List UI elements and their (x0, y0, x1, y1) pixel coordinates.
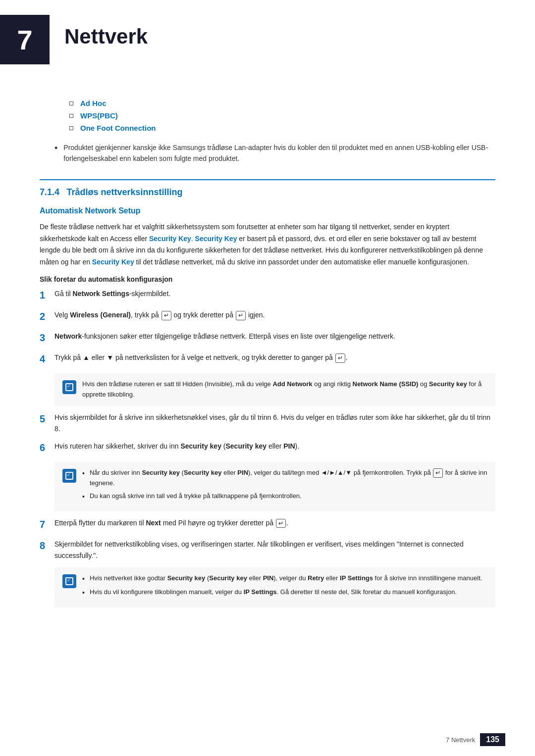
list-item-wps: WPS(PBC) (69, 111, 495, 120)
note-list-item-8-1: • Hvis nettverket ikke godtar Security k… (82, 573, 487, 584)
bold-security-key-2: Security Key (195, 235, 237, 243)
bold-security-key-6a: Security key (180, 442, 221, 450)
note-box-step6: • Når du skriver inn Security key (Secur… (54, 462, 495, 511)
section-header: 7.1.4 Trådløs nettverksinnstilling (40, 179, 495, 198)
step-4: 4 Trykk på ▲ eller ▼ på nettverkslisten … (40, 352, 495, 367)
note-bullet-8-2: • (82, 587, 85, 598)
step-7-number: 7 (40, 516, 54, 533)
key-icon-7: ↵ (276, 519, 286, 528)
bullet-dot-icon: • (54, 141, 57, 155)
bold-sk-8n1b: Security key (209, 574, 247, 582)
list-square-icon (69, 126, 73, 130)
step-4-number: 4 (40, 351, 54, 367)
chapter-title: Nettverk (50, 15, 148, 49)
step-7: 7 Etterpå flytter du markøren til Next m… (40, 517, 495, 533)
steps-heading: Slik foretar du automatisk konfigurasjon (40, 275, 495, 283)
section-number: 7.1.4 (40, 187, 59, 197)
step-1-text: Gå til Network Settings-skjermbildet. (54, 288, 495, 300)
list-item-adhoc: Ad Hoc (69, 99, 495, 107)
note-icon-inner-6 (65, 472, 73, 480)
note-text-6-1: Når du skriver inn Security key (Securit… (90, 468, 487, 489)
chapter-header: 7 Nettverk (0, 0, 535, 74)
bold-network-settings: Network Settings (73, 290, 129, 298)
step-2-text: Velg Wireless (General), trykk på ↵ og t… (54, 309, 495, 321)
bullet-note: • Produktet gjenkjenner kanskje ikke Sam… (54, 142, 495, 164)
step-6: 6 Hvis ruteren har sikkerhet, skriver du… (40, 441, 495, 456)
step-6-text: Hvis ruteren har sikkerhet, skriver du i… (54, 441, 495, 452)
section-title: Trådløs nettverksinnstilling (62, 187, 183, 197)
top-list: Ad Hoc WPS(PBC) One Foot Connection (69, 99, 495, 132)
note-content-6: • Når du skriver inn Security key (Secur… (82, 468, 487, 505)
bold-retry-8n1: Retry (308, 574, 324, 582)
note-icon-4 (62, 380, 76, 394)
note-list-item-6-1: • Når du skriver inn Security key (Secur… (82, 468, 487, 489)
note-text-8-2: Hvis du vil konfigurere tilkoblingen man… (90, 587, 457, 598)
note-bullet-6-1: • (82, 468, 85, 479)
chapter-number-box: 7 (0, 15, 50, 64)
note-list-item-6-2: • Du kan også skrive inn tall ved å tryk… (82, 491, 487, 502)
key-icon-enter-4: ↵ (335, 353, 345, 363)
bold-pin-6: PIN (283, 442, 295, 450)
note-text-8-1: Hvis nettverket ikke godtar Security key… (90, 573, 482, 584)
list-label-wps: WPS(PBC) (80, 111, 118, 120)
content-area: Ad Hoc WPS(PBC) One Foot Connection • Pr… (0, 74, 535, 643)
step-2-number: 2 (40, 308, 54, 325)
body-paragraph-1: De fleste trådløse nettverk har et valgf… (40, 221, 495, 268)
step-1: 1 Gå til Network Settings-skjermbildet. (40, 288, 495, 303)
step-8: 8 Skjermbildet for nettverkstilkobling v… (40, 539, 495, 561)
note-list-6: • Når du skriver inn Security key (Secur… (82, 468, 487, 503)
page: 7 Nettverk Ad Hoc WPS(PBC) One Foot Conn… (0, 0, 535, 756)
note-box-step4-wrapper: Hvis den trådløse ruteren er satt til Hi… (40, 373, 495, 406)
step-8-text: Skjermbildet for nettverkstilkobling vis… (54, 539, 495, 561)
list-square-icon (69, 114, 73, 118)
bold-sk-6n1b: Security key (184, 469, 222, 476)
key-icon-enter-2: ↵ (236, 311, 246, 320)
list-label-adhoc: Ad Hoc (80, 99, 107, 107)
step-6-number: 6 (40, 440, 54, 456)
note-box-step4: Hvis den trådløse ruteren er satt til Hi… (54, 373, 495, 406)
note-box-step8-wrapper: • Hvis nettverket ikke godtar Security k… (40, 567, 495, 607)
step-2: 2 Velg Wireless (General), trykk på ↵ og… (40, 309, 495, 325)
bold-ip-settings-8n2: IP Settings (244, 588, 277, 596)
bold-pin-8n1: PIN (263, 574, 274, 582)
bold-security-key-6b: Security key (226, 442, 267, 450)
step-8-number: 8 (40, 538, 54, 554)
step-5-number: 5 (40, 411, 54, 427)
step-1-number: 1 (40, 287, 54, 303)
key-icon-enter-1: ↵ (161, 311, 171, 320)
note-bullet-6-2: • (82, 491, 85, 502)
footer-page-number: 135 (480, 733, 505, 746)
step-7-text: Etterpå flytter du markøren til Next med… (54, 517, 495, 529)
note-list-item-8-2: • Hvis du vil konfigurere tilkoblingen m… (82, 587, 487, 598)
note-content-4: Hvis den trådløse ruteren er satt til Hi… (82, 379, 487, 400)
note-icon-inner-4 (65, 383, 73, 391)
note-list-8: • Hvis nettverket ikke godtar Security k… (82, 573, 487, 599)
list-item-onefoot: One Foot Connection (69, 124, 495, 132)
bold-next-7: Next (146, 519, 160, 527)
note-box-step8: • Hvis nettverket ikke godtar Security k… (54, 567, 495, 607)
bold-network-name: Network Name (SSID) (353, 380, 419, 388)
step-5: 5 Hvis skjermbildet for å skrive inn sik… (40, 412, 495, 435)
key-icon-6n: ↵ (433, 468, 443, 478)
steps-list: 1 Gå til Network Settings-skjermbildet. … (40, 288, 495, 607)
list-label-onefoot: One Foot Connection (80, 124, 156, 132)
note-icon-inner-8 (65, 577, 73, 585)
step-4-text: Trykk på ▲ eller ▼ på nettverkslisten fo… (54, 352, 495, 363)
bold-pin-6n1: PIN (237, 469, 248, 476)
note-icon-8 (62, 574, 76, 588)
footer-chapter-text: 7 Nettverk (446, 736, 475, 744)
bold-security-key-1: Security Key (149, 235, 191, 243)
bold-ip-settings-8n1: IP Settings (340, 574, 373, 582)
note-content-8: • Hvis nettverket ikke godtar Security k… (82, 573, 487, 602)
bold-add-network: Add Network (272, 380, 312, 388)
note-text-6-2: Du kan også skrive inn tall ved å trykke… (90, 491, 302, 502)
step-3-number: 3 (40, 330, 54, 346)
bullet-note-text: Produktet gjenkjenner kanskje ikke Samsu… (63, 142, 495, 164)
subsection-heading: Automatisk Network Setup (40, 206, 495, 215)
bold-sk-8n1a: Security key (167, 574, 206, 582)
step-5-text: Hvis skjermbildet for å skrive inn sikke… (54, 412, 495, 435)
bold-security-key-3: Security Key (92, 258, 134, 266)
note-bullet-8-1: • (82, 573, 85, 584)
bold-network-3: Network (54, 332, 82, 340)
note-icon-6 (62, 469, 76, 483)
